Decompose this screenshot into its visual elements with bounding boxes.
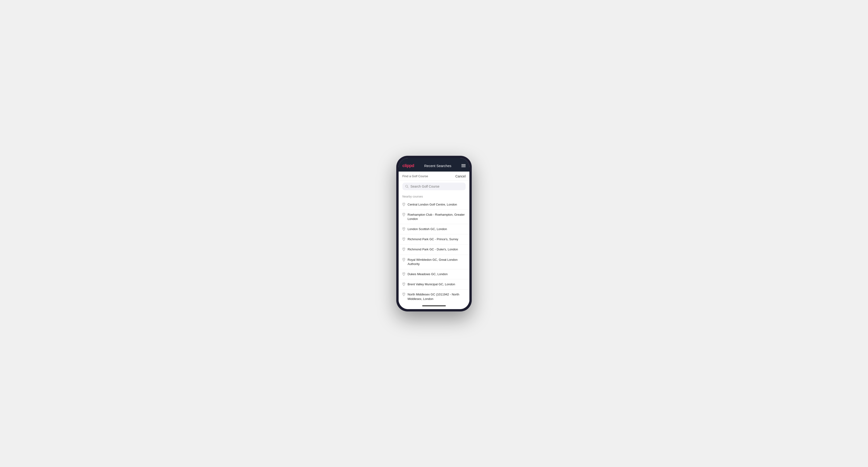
course-list-item[interactable]: Richmond Park GC - Prince's, Surrey	[399, 234, 469, 245]
app-header: clippd Recent Searches	[399, 161, 469, 172]
location-pin-icon	[402, 282, 405, 286]
course-list-item[interactable]: Central London Golf Centre, London	[399, 199, 469, 210]
search-icon	[405, 185, 408, 188]
svg-point-4	[404, 228, 404, 229]
location-pin-icon	[402, 227, 405, 231]
cancel-button[interactable]: Cancel	[455, 175, 466, 178]
course-name: Royal Wimbledon GC, Great London Authori…	[408, 258, 466, 266]
svg-line-1	[408, 187, 408, 188]
course-list-item[interactable]: North Middlesex GC (1011942 - North Midd…	[399, 289, 469, 302]
location-pin-icon	[402, 213, 405, 216]
svg-point-5	[404, 238, 404, 239]
course-list-item[interactable]: Brent Valley Municipal GC, London	[399, 279, 469, 289]
find-label: Find a Golf Course	[402, 175, 428, 178]
course-name: Richmond Park GC - Duke's, London	[408, 247, 458, 252]
svg-point-10	[404, 293, 404, 294]
course-name: Dukes Meadows GC, London	[408, 272, 448, 276]
svg-point-6	[404, 248, 404, 249]
nearby-section: Nearby courses Central London Golf Centr…	[399, 192, 469, 303]
app-logo: clippd	[402, 163, 414, 168]
svg-point-7	[404, 259, 404, 259]
course-name: Brent Valley Municipal GC, London	[408, 282, 455, 286]
course-name: Richmond Park GC - Prince's, Surrey	[408, 237, 458, 241]
course-list-item[interactable]: Royal Wimbledon GC, Great London Authori…	[399, 255, 469, 269]
svg-point-3	[404, 214, 404, 214]
svg-point-9	[404, 283, 404, 284]
course-list: Central London Golf Centre, London Roeha…	[399, 199, 469, 303]
home-indicator	[399, 303, 469, 309]
find-bar: Find a Golf Course Cancel	[399, 172, 469, 181]
location-pin-icon	[402, 258, 405, 261]
course-list-item[interactable]: London Scottish GC, London	[399, 224, 469, 234]
search-container	[399, 181, 469, 192]
nearby-label: Nearby courses	[399, 192, 469, 199]
svg-point-2	[404, 204, 404, 204]
course-name: Central London Golf Centre, London	[408, 203, 457, 207]
hamburger-menu-icon[interactable]	[461, 164, 466, 167]
course-list-item[interactable]: Dukes Meadows GC, London	[399, 269, 469, 279]
course-list-item[interactable]: Roehampton Club - Roehampton, Greater Lo…	[399, 210, 469, 224]
location-pin-icon	[402, 248, 405, 251]
main-content: Find a Golf Course Cancel Nearby courses	[399, 172, 469, 303]
search-wrapper	[402, 183, 466, 190]
course-name: London Scottish GC, London	[408, 227, 447, 231]
svg-point-8	[404, 273, 404, 274]
location-pin-icon	[402, 292, 405, 296]
phone-screen: clippd Recent Searches Find a Golf Cours…	[399, 158, 469, 309]
header-title: Recent Searches	[424, 164, 451, 168]
location-pin-icon	[402, 272, 405, 276]
phone-device: clippd Recent Searches Find a Golf Cours…	[396, 156, 472, 311]
course-name: North Middlesex GC (1011942 - North Midd…	[408, 292, 466, 301]
search-input[interactable]	[410, 185, 463, 188]
status-bar	[399, 158, 469, 161]
location-pin-icon	[402, 203, 405, 206]
course-list-item[interactable]: Richmond Park GC - Duke's, London	[399, 245, 469, 255]
location-pin-icon	[402, 238, 405, 241]
course-name: Roehampton Club - Roehampton, Greater Lo…	[408, 213, 466, 221]
home-indicator-bar	[422, 305, 446, 306]
